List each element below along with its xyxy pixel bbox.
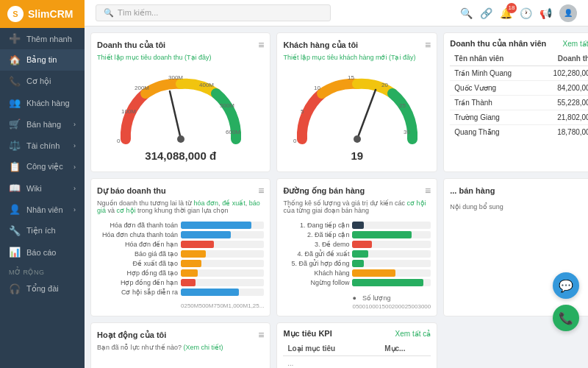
sidebar-item-switchboard[interactable]: 🎧 Tổng đài	[0, 278, 85, 300]
forecast-bar-row: Đề xuất đã tạo	[97, 260, 264, 267]
customer-gauge-link[interactable]: Tại đây	[391, 54, 414, 61]
customer-gauge-svg: 0 5 10 15 20 25 30	[287, 69, 427, 146]
forecast-bar-fill	[181, 231, 231, 238]
forecast-bar-label: Hóa đơn đã thanh toán	[97, 222, 178, 229]
sidebar-label-add: Thêm nhanh	[26, 35, 72, 43]
kpi-cell: ...	[283, 356, 380, 369]
employee-revenue-title: Doanh thu của nhân viên	[450, 39, 546, 49]
svg-line-17	[357, 90, 376, 139]
notification-icon[interactable]: 🔔 18	[500, 7, 512, 19]
pipeline-bar-label: 1. Đang tiếp cận	[283, 222, 349, 229]
customer-gauge-menu[interactable]: ≡	[425, 39, 431, 51]
sidebar-item-wiki[interactable]: 📖 Wiki ›	[0, 177, 85, 199]
app-logo[interactable]: S SlimCRM	[0, 0, 85, 28]
svg-text:0: 0	[293, 138, 297, 144]
bell-icon[interactable]: 📢	[539, 7, 552, 19]
search-header-icon[interactable]: 🔍	[460, 7, 473, 19]
revenue-gauge-menu[interactable]: ≡	[258, 39, 264, 51]
pipeline-legend: ●Số lượng	[283, 294, 431, 302]
search-bar[interactable]: 🔍 Tìm kiếm...	[96, 4, 331, 21]
sales-pipeline-header: Đường ống bán hàng ≡	[283, 185, 431, 197]
svg-text:600M: 600M	[226, 129, 240, 135]
sidebar-item-finance[interactable]: ⚖️ Tài chính ›	[0, 135, 85, 156]
revenue-gauge-title: Doanh thu của tôi	[97, 40, 165, 50]
svg-text:300M: 300M	[168, 74, 183, 81]
revenue-gauge-header: Doanh thu của tôi ≡	[97, 39, 264, 51]
employee-value: 18,780,000	[535, 125, 589, 140]
employee-name: Trần Minh Quang	[450, 66, 534, 81]
sidebar-item-customer[interactable]: 👥 Khách hàng	[0, 92, 85, 113]
share-icon[interactable]: 🔗	[480, 7, 492, 19]
employee-value: 84,200,000	[535, 81, 589, 96]
svg-text:15: 15	[348, 74, 354, 81]
sidebar-icon-work: 📋	[9, 161, 21, 172]
revenue-gauge-svg: 0 100M 200M 300M 400M 500M 600M	[111, 69, 251, 146]
employee-revenue-card: Doanh thu của nhân viên Xem tất cả Tên n…	[443, 32, 588, 172]
sidebar-item-sales[interactable]: 🛒 Bán hàng ›	[0, 113, 85, 135]
svg-text:30: 30	[404, 129, 410, 135]
svg-text:5: 5	[301, 108, 304, 115]
sidebar-section-expand: MỞ RỘNG	[0, 263, 85, 278]
revenue-forecast-axis: 0250M500M750M1,000M1,25...	[97, 302, 264, 309]
sidebar-item-work[interactable]: 📋 Công việc ›	[0, 156, 85, 177]
sidebar-icon-dashboard: 🏠	[9, 54, 21, 66]
sidebar-icon-customer: 👥	[9, 97, 21, 108]
sidebar-label-opportunity: Cơ hội	[26, 77, 51, 86]
employee-revenue-row: Quốc Vương 84,200,000	[450, 81, 588, 96]
sidebar-label-employee: Nhân viên	[26, 205, 63, 214]
my-activities-menu[interactable]: ≡	[258, 329, 264, 341]
sidebar-arrow-wiki: ›	[74, 185, 76, 192]
sidebar-label-switchboard: Tổng đài	[26, 284, 59, 294]
kpi-col-type: Loại mục tiêu	[283, 342, 380, 356]
sidebar-item-dashboard[interactable]: 🏠 Bảng tin	[0, 49, 85, 71]
sales-pipeline-menu[interactable]: ≡	[425, 185, 431, 197]
sidebar-item-employee[interactable]: 👤 Nhân viên ›	[0, 199, 85, 220]
sidebar-label-sales: Bán hàng	[26, 120, 61, 129]
pipeline-bar-row: Ngừng follow	[283, 279, 431, 286]
forecast-bar-label: Báo giá đã tạo	[97, 250, 178, 258]
forecast-bar-fill	[181, 241, 214, 248]
pipeline-bar-row: Khách hàng	[283, 269, 431, 277]
forecast-bar-fill	[181, 260, 201, 267]
kpi-row: ...	[283, 356, 431, 369]
search-icon: 🔍	[104, 8, 114, 18]
phone-fab[interactable]: 📞	[553, 305, 579, 331]
svg-point-18	[354, 135, 361, 143]
svg-text:0: 0	[117, 138, 121, 144]
main-content: 🔍 Tìm kiếm... 🔍 🔗 🔔 18 🕐 📢 👤 Doanh thu c…	[85, 0, 588, 368]
pipeline-bar-label: Ngừng follow	[283, 279, 349, 286]
forecast-bar-row: Cơ hội sắp diễn ra	[97, 289, 264, 296]
forecast-bar-label: Đề xuất đã tạo	[97, 260, 178, 267]
my-activities-subtitle: Bạn đã nỗ lực như thế nào? (Xem chi tiết…	[97, 344, 264, 351]
pipeline-bar-row: 1. Đang tiếp cận	[283, 222, 431, 229]
sidebar-item-utility[interactable]: 🔧 Tiện ích	[0, 220, 85, 241]
pipeline-bar-label: 4. Đã gửi đề xuất	[283, 250, 349, 258]
revenue-forecast-subtitle: Nguồn doanh thu tương lai là từ hóa đơn,…	[97, 199, 264, 214]
sales-pipeline-subtitle: Thống kê số lượng và giá trị dự kiến các…	[283, 199, 431, 214]
pipeline-legend-label: Số lượng	[362, 294, 391, 302]
revenue-gauge-link[interactable]: Tại đây	[187, 54, 209, 61]
employee-revenue-row: Trần Minh Quang 102,280,000	[450, 66, 588, 81]
sidebar-item-add[interactable]: ➕ Thêm nhanh	[0, 28, 85, 49]
employee-revenue-see-all[interactable]: Xem tất cả	[563, 40, 588, 48]
kpi-see-all[interactable]: Xem tất cả	[395, 330, 431, 338]
clock-icon[interactable]: 🕐	[520, 7, 532, 19]
sidebar-arrow-work: ›	[74, 163, 76, 171]
sales-pipeline-axis: 050010001500200025003000	[283, 303, 431, 310]
sidebar-icon-finance: ⚖️	[9, 140, 21, 151]
sidebar-item-report[interactable]: 📊 Báo cáo	[0, 241, 85, 263]
revenue-forecast-menu[interactable]: ≡	[258, 185, 264, 197]
customer-gauge-card: Khách hàng của tôi ≡ Thiết lập mục tiêu …	[276, 32, 437, 172]
user-avatar[interactable]: 👤	[559, 4, 577, 22]
my-activities-detail-link[interactable]: (Xem chi tiết)	[184, 344, 223, 351]
kpi-col-target: Mục...	[380, 342, 431, 356]
sidebar-icon-switchboard: 🎧	[9, 283, 21, 294]
forecast-bar-row: Hợp đồng đến hạn	[97, 279, 264, 286]
employee-revenue-row: Trường Giang 21,802,000	[450, 110, 588, 125]
forecast-bar-row: Báo giá đã tạo	[97, 250, 264, 258]
employee-name: Quang Thắng	[450, 125, 534, 140]
kpi-card: Mục tiêu KPI Xem tất cả Loại mục tiêu Mụ…	[276, 322, 437, 368]
sidebar-item-opportunity[interactable]: 📞 Cơ hội	[0, 71, 85, 92]
forecast-bar-label: Hóa đơn đến hạn	[97, 241, 178, 248]
chat-fab[interactable]: 💬	[553, 272, 579, 299]
